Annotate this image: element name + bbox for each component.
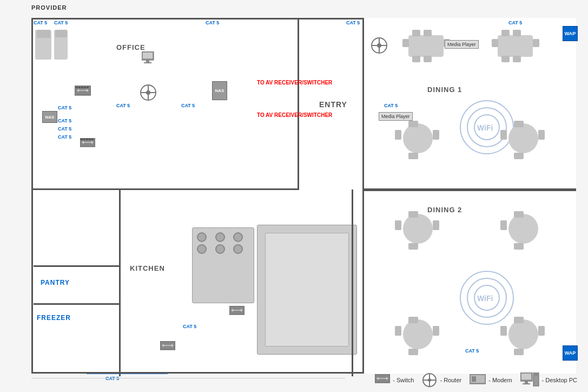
cat5-label-kitchen: CAT 5 (183, 324, 196, 329)
chair (408, 153, 418, 159)
burner (233, 232, 243, 242)
legend-separator (31, 378, 345, 378)
cat5-label-left: CAT 5 (34, 20, 47, 25)
cat5-label-nas-2: CAT 5 (58, 126, 71, 132)
chair (408, 317, 418, 323)
cat5-label-nas: CAT 5 (58, 118, 71, 123)
kitchen-switch (229, 306, 245, 320)
chair (538, 130, 545, 140)
svg-rect-87 (521, 374, 531, 380)
provider-label: PROVIDER (31, 4, 67, 11)
svg-rect-42 (78, 87, 81, 88)
av-label-1: TO AV RECEIVER/SWITCHER (257, 80, 332, 86)
desktop-pc-office (142, 51, 161, 70)
chair (500, 326, 507, 336)
svg-rect-44 (84, 87, 86, 88)
chair (514, 317, 524, 323)
burner (197, 244, 207, 254)
office-label: OFFICE (116, 43, 146, 51)
svg-rect-74 (144, 62, 151, 63)
chair (395, 326, 401, 336)
burner (215, 244, 225, 254)
entry-switch (371, 37, 388, 56)
bottom-switch (80, 138, 95, 152)
chair (492, 39, 498, 47)
router-legend-label: - Router (440, 377, 461, 383)
chair (395, 130, 401, 140)
office-room (31, 18, 299, 190)
svg-rect-58 (81, 139, 83, 140)
av-label-2: TO AV RECEIVER/SWITCHER (257, 112, 332, 118)
furniture-couch-arm (55, 30, 67, 37)
legend-desktop: - Desktop PC (520, 373, 577, 388)
legend: - Switch - Router - Modem (375, 373, 577, 388)
chair (433, 130, 439, 140)
chair (501, 56, 510, 62)
office-router (140, 84, 157, 103)
svg-rect-88 (525, 381, 528, 383)
pantry-wall (119, 265, 121, 374)
modem-legend-label: - Modem (488, 377, 512, 383)
media-player-top: Media Player (445, 40, 479, 49)
legend-modem: - Modem (470, 374, 512, 386)
cat5-label-top-4: CAT 5 (508, 20, 522, 25)
chair (501, 30, 510, 36)
nas-left: NAS (42, 111, 57, 123)
chair (433, 220, 439, 230)
desktop-legend-label: - Desktop PC (542, 377, 577, 383)
svg-rect-85 (472, 376, 476, 382)
nas-office: NAS (212, 81, 227, 100)
cat5-label-entry: CAT 5 (384, 103, 398, 108)
diagram-container: PROVIDER (0, 0, 588, 392)
svg-point-49 (146, 90, 150, 95)
chair (514, 153, 524, 159)
chair (412, 56, 420, 62)
kitchen-label: KITCHEN (130, 264, 165, 272)
table-1 (408, 35, 444, 57)
pantry-label: PANTRY (41, 279, 70, 286)
entry-label: ENTRY (319, 100, 347, 109)
furniture-sofa-2 (37, 30, 50, 38)
svg-rect-89 (523, 383, 530, 384)
chair (408, 243, 418, 250)
chair (408, 211, 418, 218)
round-table-2 (508, 123, 538, 153)
cat5-label-nas-3: CAT 5 (58, 134, 71, 140)
chair (514, 211, 524, 218)
chair (412, 30, 420, 36)
svg-rect-60 (86, 139, 88, 140)
stove-unit (192, 227, 254, 303)
pantry-divider (34, 265, 120, 267)
cat5-label-top-2: CAT 5 (206, 20, 219, 25)
chair (424, 56, 432, 62)
kitchen-wall-right (352, 190, 353, 376)
chair (402, 39, 409, 47)
wifi-label-1: WiFi (477, 123, 493, 132)
cat5-label-office-2: CAT 5 (181, 103, 195, 108)
svg-rect-45 (87, 87, 89, 88)
round-table-3 (403, 214, 433, 244)
legend-router: - Router (422, 373, 461, 388)
chair (500, 130, 507, 140)
chair (514, 121, 524, 127)
svg-point-53 (377, 43, 381, 48)
chair (500, 220, 507, 230)
burner (233, 244, 243, 254)
bottom-left-switch (160, 341, 175, 355)
cat5-label-nas-4: CAT 5 (58, 105, 71, 110)
switch-legend-label: - Switch (393, 377, 414, 383)
svg-rect-43 (81, 87, 83, 88)
wifi-label-2: WiFi (477, 294, 493, 303)
chair (514, 243, 524, 250)
round-table-5 (403, 319, 433, 349)
chair (533, 39, 539, 47)
svg-rect-91 (534, 374, 538, 376)
svg-rect-59 (83, 139, 85, 140)
svg-rect-73 (146, 60, 149, 62)
chair (395, 220, 401, 230)
cat5-label-office-1: CAT 5 (116, 103, 130, 108)
burner (197, 232, 207, 242)
chair (513, 30, 521, 36)
chair (433, 326, 439, 336)
media-player-entry: Media Player (379, 112, 413, 121)
